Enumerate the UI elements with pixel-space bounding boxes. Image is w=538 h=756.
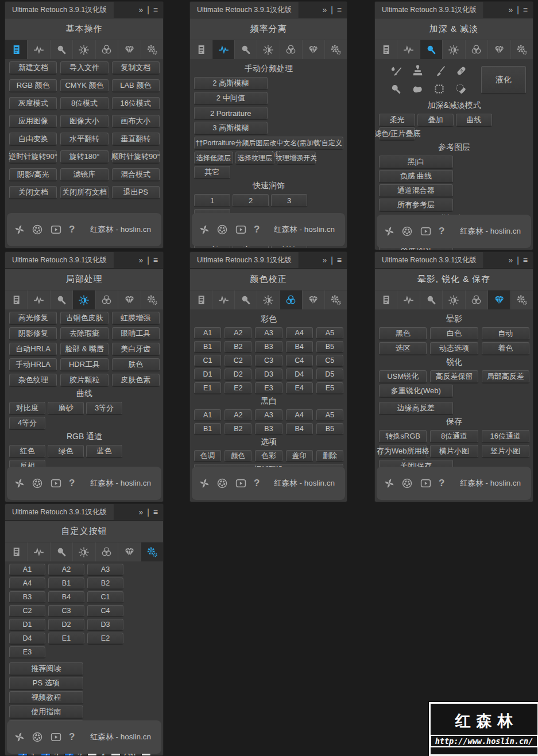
liquify-button[interactable]: 液化 xyxy=(481,66,526,94)
panel-button[interactable]: C3 xyxy=(48,605,84,617)
collapse-panel-icon[interactable]: » xyxy=(508,6,513,14)
panel-button[interactable]: A5 xyxy=(316,327,343,339)
panel-button[interactable]: 美白牙齿 xyxy=(112,343,160,355)
panel-button[interactable]: 绿色 xyxy=(48,445,84,458)
brand-text[interactable]: 红森林 - hoslin.cn xyxy=(460,478,524,489)
panel-button[interactable]: A3 xyxy=(255,409,282,421)
panel-button[interactable]: LAB 颜色 xyxy=(112,79,160,92)
shutter-icon[interactable] xyxy=(216,224,228,235)
panel-button[interactable]: 画布大小 xyxy=(112,115,160,127)
tab-gears[interactable] xyxy=(510,290,533,309)
panel-button[interactable]: 8位通道 xyxy=(430,430,478,443)
pinwheel-icon[interactable] xyxy=(14,731,25,743)
panel-button[interactable]: B1 xyxy=(48,577,84,589)
panel-button[interactable]: 杂色纹理 xyxy=(9,374,57,386)
panel-button[interactable]: 视频教程 xyxy=(9,691,83,704)
panel-button[interactable]: 边缘高反差 xyxy=(379,402,453,414)
tab-document[interactable] xyxy=(5,290,27,309)
panel-button[interactable]: 皮肤色素 xyxy=(112,374,160,386)
patch-icon[interactable] xyxy=(433,83,446,95)
video-tutorial-icon[interactable] xyxy=(234,224,247,235)
panel-button[interactable]: 2 Portraiture xyxy=(194,107,268,119)
panel-button[interactable]: C2 xyxy=(225,355,251,366)
panel-button[interactable]: 阴影修复 xyxy=(9,327,57,340)
help-icon[interactable]: ? xyxy=(69,224,75,235)
panel-button[interactable]: B5 xyxy=(316,423,343,435)
pinwheel-icon[interactable] xyxy=(14,224,25,235)
panel-menu-icon[interactable]: ≡ xyxy=(523,256,528,264)
tab-rgb-circles[interactable] xyxy=(95,40,118,59)
tab-pulse[interactable] xyxy=(27,542,49,561)
panel-button[interactable]: B2 xyxy=(225,341,251,352)
tab-brightness[interactable] xyxy=(257,40,279,59)
tab-diamond[interactable] xyxy=(302,40,324,59)
panel-button[interactable]: B3 xyxy=(9,591,45,603)
panel-button[interactable]: 动态选项 xyxy=(430,342,478,355)
panel-button[interactable]: 盖印 xyxy=(286,450,313,462)
panel-button[interactable]: 逆时针旋转90° xyxy=(9,150,57,163)
panel-menu-icon[interactable]: ≡ xyxy=(153,256,158,264)
panel-button[interactable]: 局部高反差 xyxy=(482,370,529,383)
window-title-tab[interactable]: Ultimate Retouch 3.9.1汉化版 xyxy=(375,252,484,268)
panel-button[interactable]: C1 xyxy=(87,591,123,603)
panel-button[interactable]: E3 xyxy=(9,646,45,658)
panel-button[interactable]: C3 xyxy=(255,355,282,366)
panel-button[interactable]: 2 中间值 xyxy=(194,92,268,104)
pinwheel-icon[interactable] xyxy=(199,478,210,489)
panel-button[interactable]: 复制文档 xyxy=(112,61,160,74)
tab-document[interactable] xyxy=(5,40,27,59)
panel-button[interactable]: E1 xyxy=(194,382,221,394)
brand-text[interactable]: 红森林 - hoslin.cn xyxy=(274,478,338,489)
panel-button[interactable]: 顺时针旋转90° xyxy=(112,150,160,163)
collapse-panel-icon[interactable]: » xyxy=(508,256,513,264)
panel-button[interactable]: 颜色 xyxy=(225,450,251,462)
spot-healing-icon[interactable] xyxy=(455,83,468,96)
panel-button[interactable]: D1 xyxy=(194,369,221,380)
video-tutorial-icon[interactable] xyxy=(49,478,63,489)
healing-patch-icon[interactable] xyxy=(455,64,468,77)
tab-document[interactable] xyxy=(5,542,27,561)
tab-diamond[interactable] xyxy=(118,542,140,561)
panel-button[interactable]: 使用指南 xyxy=(9,705,83,718)
help-icon[interactable]: ? xyxy=(254,478,260,489)
panel-button[interactable]: 多重锐化(Web) xyxy=(379,385,453,397)
panel-button[interactable]: 柔光 xyxy=(379,114,415,126)
panel-button[interactable]: 色调 xyxy=(194,450,221,462)
panel-button[interactable]: C1 xyxy=(194,355,221,366)
tab-gears[interactable] xyxy=(141,542,163,561)
panel-button[interactable]: PS 选项 xyxy=(9,677,83,689)
video-tutorial-icon[interactable] xyxy=(419,478,432,489)
panel-button[interactable]: 选择纹理层 xyxy=(235,152,274,164)
panel-button[interactable]: E2 xyxy=(87,633,123,644)
video-tutorial-icon[interactable] xyxy=(234,478,247,489)
panel-menu-icon[interactable]: ≡ xyxy=(337,256,342,264)
panel-button[interactable]: 2 xyxy=(233,194,269,207)
panel-button[interactable]: 脸部 & 嘴唇 xyxy=(60,343,108,355)
tab-pulse[interactable] xyxy=(27,290,49,309)
panel-button[interactable]: E3 xyxy=(255,382,282,394)
panel-button[interactable]: 白色 xyxy=(430,327,478,340)
window-title-tab[interactable]: Ultimate Retouch 3.9.1汉化版 xyxy=(190,2,299,18)
panel-button[interactable]: 负感 曲线 xyxy=(379,170,453,183)
panel-button[interactable]: 黑|白 xyxy=(379,156,453,168)
panel-menu-icon[interactable]: ≡ xyxy=(153,6,158,14)
tab-magnifier[interactable] xyxy=(420,40,442,59)
tab-magnifier[interactable] xyxy=(50,290,72,309)
help-icon[interactable]: ? xyxy=(254,224,260,235)
brush-icon[interactable] xyxy=(433,64,446,77)
panel-button[interactable]: A1 xyxy=(194,327,221,339)
pinwheel-icon[interactable] xyxy=(14,478,25,489)
panel-button[interactable]: B2 xyxy=(87,577,123,589)
panel-button[interactable]: 存为Web所用格式 xyxy=(379,445,427,458)
panel-button[interactable]: 虹膜增强 xyxy=(112,312,160,324)
tab-brightness[interactable] xyxy=(72,40,95,59)
tab-magnifier[interactable] xyxy=(50,40,72,59)
tab-brightness[interactable] xyxy=(442,290,465,309)
panel-button[interactable]: D3 xyxy=(87,619,123,630)
panel-button[interactable]: D5 xyxy=(316,369,343,380)
panel-button[interactable]: 转换sRGB xyxy=(379,430,427,443)
video-tutorial-icon[interactable] xyxy=(419,226,432,237)
tab-document[interactable] xyxy=(190,40,212,59)
tab-brightness[interactable] xyxy=(72,290,95,309)
brand-text[interactable]: 红森林 - hoslin.cn xyxy=(460,226,524,237)
